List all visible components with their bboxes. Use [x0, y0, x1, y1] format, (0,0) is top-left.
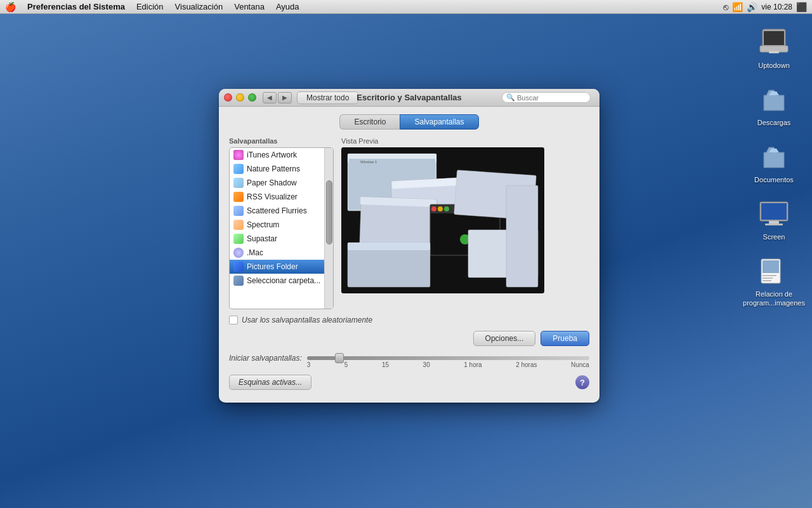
slider-label: Iniciar salvapantallas: — [229, 351, 302, 363]
svg-rect-3 — [769, 51, 779, 53]
tab-escritorio[interactable]: Escritorio — [339, 114, 400, 130]
menu-ventana[interactable]: Ventana — [229, 1, 270, 12]
desktop-icon-documentos[interactable]: Documentos — [749, 140, 799, 184]
svg-rect-5 — [761, 203, 787, 220]
desktop-icon-relacion[interactable]: Relacion de program...imagenes — [749, 254, 799, 308]
bottom-row: Esquinas activas... ? — [229, 375, 589, 390]
scattered-icon — [233, 206, 244, 216]
desktop-icon-screen-label: Screen — [763, 232, 785, 241]
minimize-button[interactable] — [236, 93, 244, 102]
menu-preferences[interactable]: Preferencias del Sistema — [22, 1, 130, 12]
corners-button[interactable]: Esquinas activas... — [229, 375, 311, 390]
tab-salvapantallas[interactable]: Salvapantallas — [400, 114, 478, 130]
sidebar-item-itunes[interactable]: iTunes Artwork — [230, 148, 333, 162]
sidebar-item-scattered-label: Scattered Flurries — [247, 206, 307, 215]
preview-area: Vista Previa Window 1 — [341, 137, 589, 309]
sidebar-item-supastar[interactable]: Supastar — [230, 232, 333, 246]
sidebar-item-paper[interactable]: Paper Shadow — [230, 176, 333, 190]
svg-rect-2 — [764, 31, 784, 45]
menubar: 🍎 Preferencias del Sistema Edición Visua… — [0, 0, 812, 14]
svg-rect-31 — [348, 243, 430, 250]
svg-rect-9 — [763, 260, 779, 273]
clock: vie 10:28 — [761, 3, 792, 11]
sidebar-item-mac-label: .Mac — [247, 248, 263, 257]
search-box[interactable]: 🔍 — [502, 92, 591, 103]
close-button[interactable] — [224, 93, 232, 102]
desktop-icon-documentos-label: Documentos — [754, 175, 794, 184]
svg-point-24 — [431, 206, 436, 211]
help-button[interactable]: ? — [575, 375, 589, 389]
sidebar-item-select-folder[interactable]: Seleccionar carpeta... — [230, 274, 333, 288]
sidebar-item-spectrum[interactable]: Spectrum — [230, 218, 333, 232]
desktop-icon-uptodown-label: Uptodown — [758, 61, 790, 70]
tick-1h: 1 hora — [464, 361, 481, 368]
slider-container: 3 5 15 30 1 hora 2 horas Nunca — [307, 351, 589, 368]
apple-menu[interactable]: 🍎 — [5, 2, 16, 12]
desktop-icon-uptodown[interactable]: Uptodown — [749, 25, 799, 70]
nav-back[interactable]: ◀ — [263, 92, 277, 104]
preview-label: Vista Previa — [341, 137, 589, 145]
sidebar-item-scattered[interactable]: Scattered Flurries — [230, 204, 333, 218]
preview-image: Window 1 — [341, 147, 544, 293]
nature-icon — [233, 164, 244, 174]
preferences-window: ◀ ▶ Mostrar todo Escritorio y Salvapanta… — [219, 89, 599, 403]
sidebar-item-nature[interactable]: Nature Patterns — [230, 162, 333, 176]
supastar-icon — [233, 234, 244, 244]
desktop-icon-descargas[interactable]: Descargas — [749, 83, 799, 127]
test-button[interactable]: Prueba — [540, 331, 589, 346]
sidebar-item-rss[interactable]: RSS Visualizer — [230, 190, 333, 204]
svg-rect-32 — [506, 185, 538, 287]
window-content: Escritorio Salvapantallas Salvapantallas… — [219, 107, 599, 403]
bluetooth-icon[interactable]: ⎋ — [723, 2, 728, 12]
wifi-icon[interactable]: 📶 — [732, 2, 743, 12]
volume-icon[interactable]: 🔊 — [747, 2, 757, 12]
svg-text:Window 1: Window 1 — [360, 160, 377, 164]
show-all-button[interactable]: Mostrar todo — [297, 91, 358, 104]
desktop-icon-descargas-label: Descargas — [757, 118, 791, 127]
search-icon: 🔍 — [506, 93, 515, 102]
sidebar-list[interactable]: iTunes Artwork Nature Patterns Paper Sha… — [229, 147, 334, 309]
svg-point-25 — [438, 206, 443, 211]
scrollbar[interactable] — [324, 148, 333, 309]
sidebar-item-select-label: Seleccionar carpeta... — [247, 276, 320, 285]
menu-edicion[interactable]: Edición — [131, 1, 169, 12]
maximize-button[interactable] — [248, 93, 256, 102]
nav-arrows: ◀ ▶ — [263, 92, 292, 104]
rss-icon — [233, 192, 244, 202]
tick-30: 30 — [423, 361, 430, 368]
window-title: Escritorio y Salvapantallas — [357, 93, 461, 102]
tick-2h: 2 horas — [516, 361, 537, 368]
tick-5: 5 — [344, 361, 348, 368]
tab-bar: Escritorio Salvapantallas — [229, 114, 589, 130]
random-checkbox[interactable] — [229, 316, 238, 324]
svg-rect-6 — [769, 221, 779, 224]
main-area: Salvapantallas iTunes Artwork Nature Pat… — [229, 137, 589, 309]
sidebar-item-itunes-label: iTunes Artwork — [247, 150, 297, 159]
titlebar: ◀ ▶ Mostrar todo Escritorio y Salvapanta… — [219, 89, 599, 107]
menu-visualizacion[interactable]: Visualización — [170, 1, 228, 12]
slider-ticks: 3 5 15 30 1 hora 2 horas Nunca — [307, 361, 589, 368]
sidebar-item-spectrum-label: Spectrum — [247, 220, 279, 229]
desktop-icon-screen[interactable]: Screen — [749, 197, 799, 241]
pictures-icon — [233, 262, 244, 272]
slider-thumb[interactable] — [335, 353, 344, 363]
screen-icon[interactable]: ⬛ — [796, 2, 807, 12]
sidebar-item-rss-label: RSS Visualizer — [247, 192, 298, 201]
spectrum-icon — [233, 220, 244, 230]
slider-row: Iniciar salvapantallas: 3 5 15 30 1 hora… — [229, 351, 589, 368]
scroll-thumb[interactable] — [326, 180, 332, 244]
paper-icon — [233, 178, 244, 188]
sidebar-item-paper-label: Paper Shadow — [247, 178, 297, 187]
slider-track[interactable] — [307, 356, 589, 360]
sidebar-item-pictures[interactable]: Pictures Folder — [230, 260, 333, 274]
search-input[interactable] — [517, 94, 593, 102]
sidebar-item-mac[interactable]: .Mac — [230, 246, 333, 260]
menu-ayuda[interactable]: Ayuda — [271, 1, 304, 12]
tick-15: 15 — [382, 361, 389, 368]
action-buttons: Opciones... Prueba — [229, 331, 589, 346]
sidebar-item-supastar-label: Supastar — [247, 234, 277, 243]
tick-3: 3 — [307, 361, 311, 368]
itunes-icon — [233, 150, 244, 160]
nav-forward[interactable]: ▶ — [278, 92, 292, 104]
options-button[interactable]: Opciones... — [473, 331, 536, 346]
